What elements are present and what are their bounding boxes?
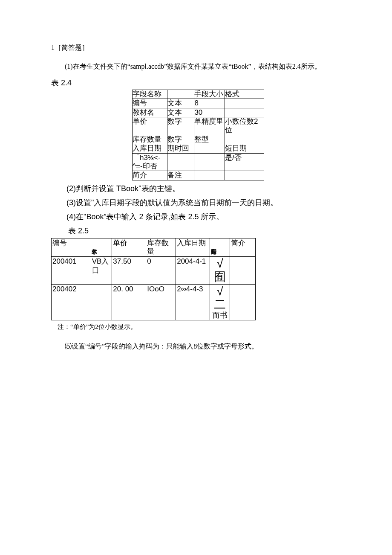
cell: 37.50 — [112, 257, 146, 285]
paragraph-2: (2)判断并设置 TBook''表的主键。 — [51, 183, 341, 195]
cell: 200402 — [52, 285, 91, 320]
cell — [225, 135, 264, 144]
cell: 单价 — [112, 238, 146, 257]
cell — [230, 257, 256, 285]
paragraph-5: ⑸设置“编号”字段的输入掩码为：只能输入8位数字或字母形式。 — [51, 340, 341, 353]
cell: 编号 — [133, 99, 167, 108]
table-row: 字段名称 手段大小 格式 — [133, 90, 264, 99]
cell: 短日期 — [225, 144, 264, 153]
cell: 教才名尔 — [91, 238, 112, 257]
cell: 文本 — [167, 99, 194, 108]
table-row: 简介 备注 — [133, 171, 264, 180]
cell: VB入口 — [91, 257, 112, 285]
table-row: 「h3⅛<-^=-印否 是/否 — [133, 153, 264, 171]
cell: 简介 — [133, 171, 167, 180]
cell — [91, 285, 112, 320]
cell — [194, 171, 225, 180]
cell: 库存数量 — [133, 135, 167, 144]
cell: 期时回 — [167, 144, 194, 153]
cell: 2∞4-4-3 — [176, 285, 210, 320]
cell: 200401 — [52, 257, 91, 285]
cell: 2004-4-1 — [176, 257, 210, 285]
cell: 30 — [194, 108, 225, 117]
cell — [225, 99, 264, 108]
paragraph-4: (4)在"Book”表中输入 2 条记录,如表 2.5 所示。 — [51, 211, 341, 223]
cell: 8 — [194, 99, 225, 108]
cell: 「h3⅛<-^=-印否 — [133, 153, 167, 171]
cell: 入库日期 — [176, 238, 210, 257]
question-header: 1［简答题］ — [51, 43, 341, 53]
table-note: 注：“单价”为2位小数显示。 — [51, 322, 341, 332]
cell — [167, 153, 194, 171]
cell: 是/否 — [225, 153, 264, 171]
cell: 文本 — [167, 108, 194, 117]
cell: 20. 00 — [112, 285, 146, 320]
cell — [167, 90, 194, 99]
cell: 数字 — [167, 135, 194, 144]
cell: √ 囿 — [210, 257, 230, 285]
cell — [194, 144, 225, 153]
table-row: 编号 教才名尔 单价 库存数量 入库日期 豆需翻印否 简介 — [52, 238, 256, 257]
table-row: 编号 文本 8 — [133, 99, 264, 108]
cell — [230, 285, 256, 320]
table-2-4-label: 表 2.4 — [51, 77, 341, 89]
table-2-5: 编号 教才名尔 单价 库存数量 入库日期 豆需翻印否 简介 200401 VB入… — [51, 238, 256, 321]
cell: 备注 — [167, 171, 194, 180]
paragraph-1: (1)在考生文件夹下的“sampl.accdb”数据库文件某某立表“tBook”… — [51, 61, 341, 73]
cell: 手段大小 — [194, 90, 225, 99]
cell — [225, 171, 264, 180]
cell: 格式 — [225, 90, 264, 99]
table-row: 200402 20. 00 IOoO 2∞4-4-3 √二 而书 — [52, 285, 256, 320]
cell — [194, 153, 225, 171]
cell: 整型 — [194, 135, 225, 144]
table-row: 教材名 文本 30 — [133, 108, 264, 117]
cell: 单精度里 — [194, 117, 225, 135]
table-2-4: 字段名称 手段大小 格式 编号 文本 8 教材名 文本 30 单价 数字 单精度… — [132, 90, 264, 180]
table-row: 库存数量 数字 整型 — [133, 135, 264, 144]
cell: 编号 — [52, 238, 91, 257]
cell: 简介 — [230, 238, 256, 257]
cell: 单价 — [133, 117, 167, 135]
table-2-5-label: 表 2.5 — [68, 225, 165, 237]
cell: √二 而书 — [210, 285, 230, 320]
table-row: 入库日期 期时回 短日期 — [133, 144, 264, 153]
table-row: 单价 数字 单精度里 小数位数2位 — [133, 117, 264, 135]
cell: 入库日期 — [133, 144, 167, 153]
paragraph-3: (3)设置"入库日期字段的默认值为系统当前日期前一天的日期。 — [51, 197, 341, 209]
cell: IOoO — [146, 285, 176, 320]
table-row: 200401 VB入口 37.50 0 2004-4-1 √ 囿 — [52, 257, 256, 285]
cell — [225, 108, 264, 117]
cell: 数字 — [167, 117, 194, 135]
cell: 教材名 — [133, 108, 167, 117]
cell: 小数位数2位 — [225, 117, 264, 135]
cell: 0 — [146, 257, 176, 285]
cell: 豆需翻印否 — [210, 238, 230, 257]
cell: 库存数量 — [146, 238, 176, 257]
cell: 字段名称 — [133, 90, 167, 99]
